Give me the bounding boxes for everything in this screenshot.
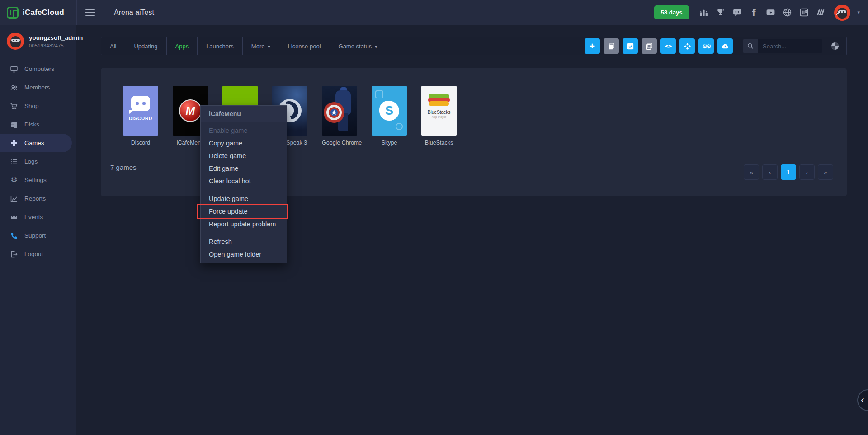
sidebar-item-members[interactable]: Members	[0, 78, 76, 97]
list-icon	[10, 158, 18, 166]
tab-all[interactable]: All	[101, 37, 125, 55]
sidebar-item-label: Disks	[24, 121, 39, 128]
menu-item-open-game-folder[interactable]: Open game folder	[201, 248, 287, 261]
brand[interactable]: iCafeCloud	[0, 7, 76, 19]
eye-icon	[664, 42, 673, 51]
menu-item-clear-local-hot[interactable]: Clear local hot	[201, 175, 287, 187]
menu-divider	[201, 190, 287, 190]
search-icon[interactable]	[743, 39, 758, 53]
sidebar-item-label: Logout	[24, 251, 43, 257]
facebook-icon[interactable]: f	[749, 8, 759, 18]
region-globe-icon[interactable]	[830, 41, 840, 51]
game-title: BlueStacks	[421, 140, 457, 146]
batch-settings-button[interactable]: ⚙⚙	[698, 38, 714, 54]
visibility-button[interactable]	[660, 38, 676, 54]
sidebar-user-avatar[interactable]	[7, 33, 24, 50]
sidebar-item-label: Shop	[24, 103, 39, 109]
sidebar-item-computers[interactable]: Computers	[0, 60, 76, 78]
crown-icon	[10, 213, 18, 221]
sidebar-item-label: Games	[24, 140, 44, 146]
game-context-menu: iCafeMenu Enable game Copy game Delete g…	[200, 105, 287, 263]
copy-button[interactable]	[604, 38, 619, 54]
next-page-button[interactable]: ›	[799, 164, 815, 180]
cart-icon	[10, 102, 18, 110]
menu-item-enable-game: Enable game	[201, 124, 287, 137]
game-tile-skype[interactable]: S Skype	[372, 86, 407, 146]
select-list-button[interactable]	[623, 38, 638, 54]
sidebar-item-label: Logs	[24, 158, 38, 165]
topbar: iCafeCloud Arena aiTest 58 days f ▾	[0, 0, 868, 25]
duplicate-button[interactable]	[642, 38, 657, 54]
license-days-badge[interactable]: 58 days	[654, 5, 689, 19]
ranking-icon[interactable]	[698, 8, 708, 18]
monitor-icon	[10, 65, 18, 73]
sidebar-item-logs[interactable]: Logs	[0, 152, 76, 171]
last-page-button[interactable]: »	[818, 164, 833, 180]
sidebar-item-label: Computers	[24, 65, 54, 72]
icafecloud-mini-icon[interactable]	[799, 8, 809, 18]
tab-launchers[interactable]: Launchers	[198, 37, 243, 55]
menu-item-edit-game[interactable]: Edit game	[201, 162, 287, 175]
hamburger-menu-icon[interactable]	[85, 9, 95, 16]
menu-item-refresh[interactable]: Refresh	[201, 235, 287, 248]
globe-icon[interactable]	[782, 8, 792, 18]
filter-tabs: All Updating Apps Launchers More License…	[101, 37, 386, 55]
sidebar-item-games[interactable]: Games	[0, 134, 72, 152]
search-box	[743, 39, 822, 53]
game-tile-discord[interactable]: DISCORD Discord	[123, 86, 158, 146]
tab-more[interactable]: More	[243, 37, 279, 55]
tab-apps[interactable]: Apps	[167, 37, 198, 55]
game-title: Google Chrome	[322, 140, 357, 146]
discord-logo-icon	[131, 96, 150, 111]
chevron-down-icon[interactable]: ▾	[857, 9, 860, 15]
sidebar-item-label: Support	[24, 232, 46, 239]
trophy-icon[interactable]	[715, 8, 725, 18]
skype-logo-icon: S	[379, 101, 399, 121]
prev-page-button[interactable]: ‹	[762, 164, 778, 180]
menu-item-force-update[interactable]: Force update	[201, 205, 287, 218]
search-input[interactable]	[758, 39, 822, 53]
cloud-download-button[interactable]	[717, 38, 733, 54]
page-title: Arena aiTest	[114, 9, 154, 17]
phone-icon	[10, 232, 18, 240]
menu-item-update-game[interactable]: Update game	[201, 192, 287, 205]
collapse-panel-button[interactable]: ‹	[857, 389, 868, 411]
sidebar-item-label: Reports	[24, 195, 46, 202]
sidebar-item-events[interactable]: Events	[0, 208, 76, 226]
sidebar-item-reports[interactable]: Reports	[0, 189, 76, 208]
tab-updating[interactable]: Updating	[125, 37, 166, 55]
layers-icon[interactable]	[816, 8, 826, 18]
gears-icon: ⚙⚙	[702, 43, 710, 49]
discord-icon[interactable]	[732, 8, 742, 18]
chrome-tile-art	[322, 86, 357, 136]
icafemenu-logo-icon: M	[179, 99, 202, 122]
sidebar-item-support[interactable]: Support	[0, 226, 76, 245]
user-name: youngzsoft_admin	[29, 33, 83, 41]
youtube-icon[interactable]	[765, 8, 775, 18]
menu-item-delete-game[interactable]: Delete game	[201, 150, 287, 162]
menu-divider	[201, 233, 287, 233]
sidebar-item-shop[interactable]: Shop	[0, 97, 76, 115]
icafecloud-logo-icon	[7, 7, 19, 19]
topbar-divider	[76, 0, 77, 25]
sidebar-item-settings[interactable]: ⚙ Settings	[0, 171, 76, 189]
page-1-button[interactable]: 1	[781, 164, 796, 180]
user-avatar[interactable]	[834, 5, 850, 21]
chevron-left-icon: ‹	[861, 394, 864, 406]
game-tile-chrome[interactable]: Google Chrome	[322, 86, 357, 146]
first-page-button[interactable]: «	[744, 164, 759, 180]
menu-item-copy-game[interactable]: Copy game	[201, 137, 287, 150]
sidebar-nav: Computers Members Shop Disks Games Logs …	[0, 60, 76, 263]
shield-icon	[323, 101, 345, 124]
add-game-button[interactable]: +	[585, 38, 600, 54]
tab-game-status[interactable]: Game status	[330, 37, 387, 55]
category-button[interactable]	[679, 38, 695, 54]
sidebar-item-label: Events	[24, 214, 43, 220]
app-name: iCafeCloud	[23, 8, 64, 17]
plus-icon: +	[590, 41, 595, 51]
sidebar-item-disks[interactable]: Disks	[0, 115, 76, 134]
menu-item-report-update-problem[interactable]: Report update problem	[201, 218, 287, 230]
tab-license-pool[interactable]: License pool	[279, 37, 330, 55]
sidebar-item-logout[interactable]: Logout	[0, 245, 76, 263]
game-tile-bluestacks[interactable]: BlueStacks App Player BlueStacks	[421, 86, 457, 146]
